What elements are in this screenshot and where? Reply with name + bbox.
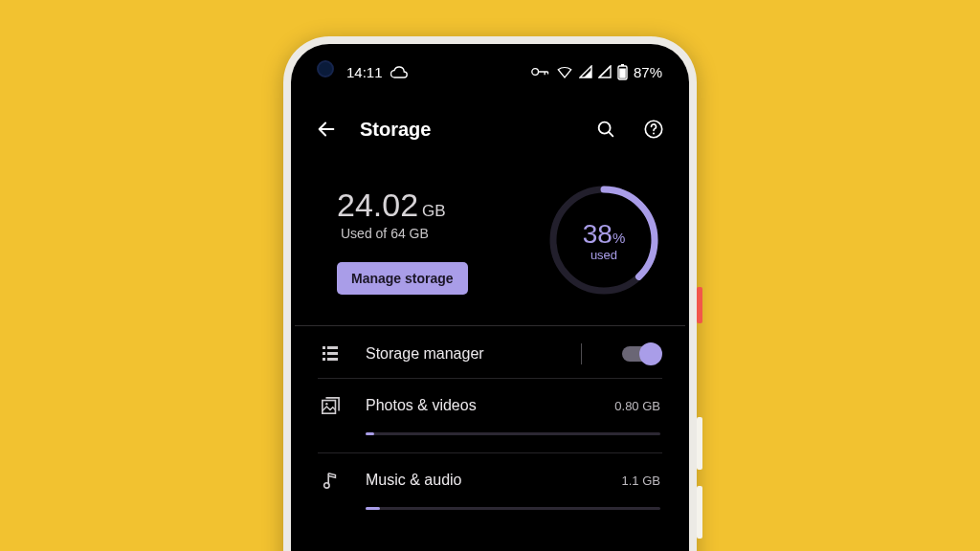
battery-percent: 87% (634, 64, 662, 80)
arrow-left-icon (316, 119, 337, 140)
svg-point-0 (532, 69, 539, 76)
music-value: 1.1 GB (622, 474, 660, 488)
app-bar: Storage (291, 105, 689, 153)
back-button[interactable] (312, 115, 341, 143)
music-icon (320, 471, 341, 490)
cloud-backup-icon (390, 65, 408, 78)
search-button[interactable] (591, 115, 620, 143)
page-title: Storage (360, 119, 431, 141)
usage-label: used (590, 248, 617, 262)
svg-rect-10 (327, 346, 338, 349)
svg-point-17 (324, 483, 329, 488)
music-label: Music & audio (366, 472, 597, 489)
photos-icon (320, 396, 341, 415)
wifi-icon (556, 65, 573, 78)
hardware-power-button (697, 287, 702, 323)
phone-frame: 14:11 (283, 36, 697, 551)
storage-manager-icon (320, 344, 341, 364)
storage-manager-label: Storage manager (366, 345, 556, 363)
clock: 14:11 (346, 64, 383, 80)
photos-videos-row[interactable]: Photos & videos 0.80 GB (295, 379, 685, 429)
search-icon (595, 119, 616, 140)
separator (581, 343, 582, 364)
used-subtitle: Used of 64 GB (341, 226, 546, 241)
battery-icon (617, 64, 628, 80)
svg-rect-14 (327, 358, 338, 361)
music-usage-bar (366, 507, 660, 510)
help-icon (643, 119, 664, 140)
hardware-volume-down-button (697, 486, 702, 539)
photos-usage-bar (366, 432, 660, 435)
cell-signal-1-icon (579, 65, 592, 78)
hardware-volume-up-button (697, 417, 702, 470)
vpn-key-icon (531, 66, 550, 77)
svg-rect-3 (619, 68, 626, 77)
svg-rect-2 (621, 64, 624, 66)
content-area: 24.02GB Used of 64 GB Manage storage 38% (291, 168, 689, 551)
storage-summary: 24.02GB Used of 64 GB Manage storage 38% (295, 168, 685, 325)
help-button[interactable] (639, 115, 668, 143)
status-bar: 14:11 (291, 44, 689, 99)
usage-ring: 38% used (546, 182, 662, 298)
cell-signal-2-icon (598, 65, 612, 78)
svg-rect-12 (327, 352, 338, 355)
toggle-knob (639, 342, 662, 365)
storage-manager-toggle[interactable] (622, 346, 660, 362)
svg-rect-15 (323, 401, 336, 414)
manage-storage-button[interactable]: Manage storage (337, 262, 468, 295)
svg-rect-13 (323, 358, 325, 361)
svg-point-6 (653, 133, 655, 135)
svg-rect-11 (323, 352, 325, 355)
screen: 14:11 (291, 44, 689, 551)
photos-value: 0.80 GB (614, 399, 660, 413)
music-audio-row[interactable]: Music & audio 1.1 GB (295, 453, 685, 503)
svg-rect-9 (323, 346, 325, 349)
svg-point-16 (325, 403, 327, 405)
storage-manager-row[interactable]: Storage manager (295, 326, 685, 378)
used-value: 24.02GB (337, 187, 546, 224)
photos-label: Photos & videos (366, 397, 590, 414)
usage-percent: 38% (583, 219, 626, 250)
